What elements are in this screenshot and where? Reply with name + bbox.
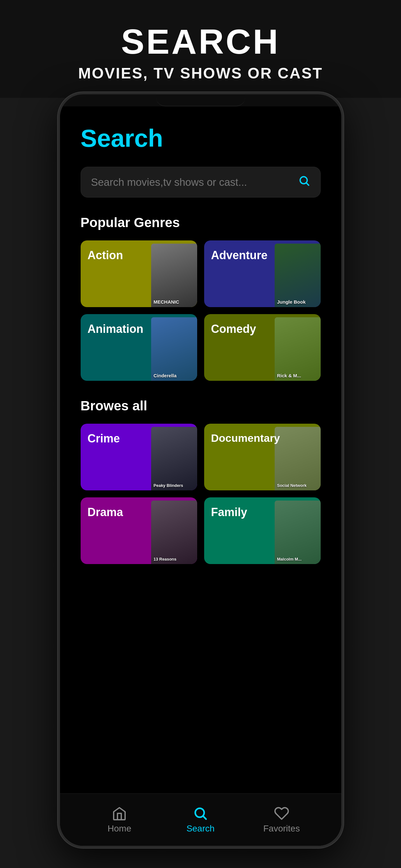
svg-line-1 — [306, 183, 309, 185]
animation-poster: Cinderella — [151, 317, 197, 381]
phone-notch — [156, 94, 245, 106]
comedy-poster: Rick & M... — [275, 317, 321, 381]
search-input[interactable] — [91, 176, 298, 188]
svg-line-3 — [204, 816, 206, 819]
adventure-poster: Jungle Book — [275, 244, 321, 307]
search-page-title: Search — [81, 124, 321, 153]
home-icon — [112, 806, 127, 821]
banner-subtitle: MOVIES, TV SHOWS OR CAST — [25, 64, 376, 82]
genre-label-animation: Animation — [88, 322, 144, 335]
nav-item-search[interactable]: Search — [160, 806, 241, 834]
phone-screen: Search Popular Genres Action — [60, 106, 341, 846]
vol-down-btn — [58, 218, 58, 242]
nav-item-favorites[interactable]: Favorites — [241, 806, 322, 834]
family-poster: Malcolm M... — [275, 500, 321, 564]
genre-card-animation[interactable]: Animation Cinderella — [81, 314, 197, 381]
genre-card-drama[interactable]: Drama 13 Reasons — [81, 497, 197, 564]
vol-up-btn — [58, 186, 58, 210]
documentary-poster: Social Network — [275, 427, 321, 490]
action-poster: MECHANIC — [151, 244, 197, 307]
all-genres-grid: Crime Peaky Blinders Documentary Social … — [81, 424, 321, 564]
browes-all-label: Browes all — [81, 398, 321, 413]
search-nav-icon — [193, 806, 208, 821]
nav-item-home[interactable]: Home — [79, 806, 160, 834]
favorites-icon — [274, 806, 289, 821]
drama-poster: 13 Reasons — [151, 500, 197, 564]
genre-label-drama: Drama — [88, 506, 123, 519]
genre-card-adventure[interactable]: Adventure Jungle Book — [204, 241, 321, 307]
genre-card-comedy[interactable]: Comedy Rick & M... — [204, 314, 321, 381]
screen-scrollable[interactable]: Search Popular Genres Action — [60, 106, 341, 793]
top-banner: SEARCH MOVIES, TV SHOWS OR CAST — [0, 0, 401, 98]
bottom-nav: Home Search Favorites — [60, 793, 341, 846]
genre-label-adventure: Adventure — [211, 249, 268, 262]
nav-label-search: Search — [186, 824, 215, 834]
genre-label-crime: Crime — [88, 432, 120, 445]
search-bar[interactable] — [81, 167, 321, 197]
nav-label-home: Home — [107, 824, 131, 834]
crime-poster: Peaky Blinders — [151, 427, 197, 490]
nav-label-favorites: Favorites — [263, 824, 300, 834]
genre-label-comedy: Comedy — [211, 322, 256, 335]
genre-label-action: Action — [88, 249, 123, 262]
popular-genres-grid: Action MECHANIC Adventure Jungle Book An… — [81, 241, 321, 381]
genre-card-family[interactable]: Family Malcolm M... — [204, 497, 321, 564]
popular-genres-label: Popular Genres — [81, 215, 321, 230]
phone-frame: Search Popular Genres Action — [58, 92, 343, 848]
genre-card-documentary[interactable]: Documentary Social Network — [204, 424, 321, 490]
power-btn — [343, 199, 343, 237]
banner-title: SEARCH — [25, 22, 376, 61]
genre-label-family: Family — [211, 506, 247, 519]
search-icon[interactable] — [298, 175, 310, 190]
genre-card-action[interactable]: Action MECHANIC — [81, 241, 197, 307]
genre-card-crime[interactable]: Crime Peaky Blinders — [81, 424, 197, 490]
genre-label-documentary: Documentary — [211, 432, 280, 444]
